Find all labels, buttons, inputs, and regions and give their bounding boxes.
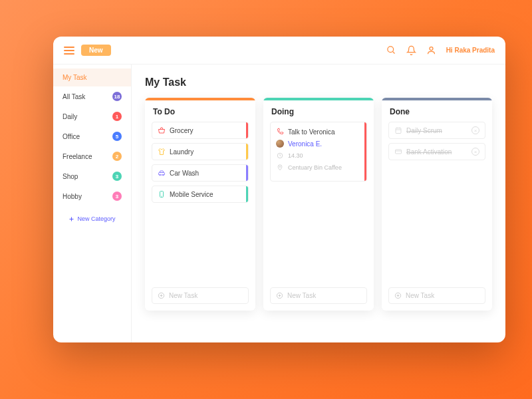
sidebar-item-mytask[interactable]: My Task <box>53 68 131 86</box>
column-done: Done Daily Scrum × Bank Activation × <box>382 98 492 311</box>
count-badge: 2 <box>112 152 122 161</box>
priority-stripe <box>246 144 248 160</box>
avatar <box>276 140 284 148</box>
task-card[interactable]: Car Wash <box>152 164 249 182</box>
priority-stripe <box>246 186 248 202</box>
sidebar-item-label: Freelance <box>63 153 92 160</box>
svg-line-1 <box>393 51 395 53</box>
bell-icon[interactable] <box>406 45 417 56</box>
add-task-label: New Task <box>287 292 316 299</box>
topbar: New Hi Raka Pradita <box>53 37 505 65</box>
sidebar-item-office[interactable]: Office 5 <box>53 126 131 146</box>
task-card[interactable]: Laundry <box>152 143 249 160</box>
priority-stripe <box>364 122 366 181</box>
add-task-button[interactable]: New Task <box>270 287 367 304</box>
sidebar-item-freelance[interactable]: Freelance 2 <box>53 146 131 166</box>
svg-point-14 <box>279 166 281 168</box>
column-title: Done <box>382 100 492 122</box>
task-card-expanded[interactable]: Talk to Veronica Veronica E. 14.30 <box>270 122 367 182</box>
column-todo: To Do Grocery Laundry <box>145 98 255 311</box>
clock-icon <box>276 152 284 160</box>
svg-point-2 <box>430 47 433 51</box>
column-title: Doing <box>263 100 374 122</box>
sidebar-item-label: Office <box>63 133 80 140</box>
app-window: New Hi Raka Pradita My Task All Task 18 <box>53 37 505 342</box>
user-icon[interactable] <box>426 45 437 56</box>
priority-stripe <box>246 122 248 138</box>
phone-icon <box>276 128 284 136</box>
column-title: To Do <box>145 100 255 122</box>
location-icon <box>276 164 284 172</box>
count-badge: 1 <box>112 112 122 121</box>
car-icon <box>158 169 166 177</box>
column-body: Grocery Laundry Car Wash <box>145 122 255 281</box>
column-body: Talk to Veronica Veronica E. 14.30 <box>263 122 374 281</box>
main-content: My Task To Do Grocery Laundry <box>132 65 505 342</box>
add-task-label: New Task <box>406 292 434 299</box>
new-category-label: New Category <box>77 215 115 222</box>
greeting-text: Hi Raka Pradita <box>446 47 495 54</box>
sidebar: My Task All Task 18 Daily 1 Office 5 Fre… <box>53 65 132 342</box>
calendar-icon <box>394 126 402 134</box>
menu-icon[interactable] <box>64 47 74 55</box>
new-category-button[interactable]: New Category <box>68 215 115 222</box>
task-card-done[interactable]: Bank Activation × <box>388 143 485 160</box>
sidebar-item-label: My Task <box>63 74 87 81</box>
task-title: Talk to Veronica <box>288 128 335 136</box>
add-task-label: New Task <box>169 292 198 299</box>
task-label: Laundry <box>170 148 194 156</box>
task-card-done[interactable]: Daily Scrum × <box>388 122 485 139</box>
count-badge: 5 <box>112 132 122 141</box>
sidebar-item-label: Daily <box>63 113 77 120</box>
add-task-button[interactable]: New Task <box>388 287 485 304</box>
task-card[interactable]: Grocery <box>152 122 249 139</box>
svg-point-0 <box>388 47 394 53</box>
page-title: My Task <box>145 76 492 88</box>
sidebar-item-daily[interactable]: Daily 1 <box>53 106 131 126</box>
task-label: Car Wash <box>170 170 199 177</box>
remove-icon[interactable]: × <box>471 126 479 134</box>
task-label: Mobile Service <box>170 191 213 198</box>
svg-rect-22 <box>396 150 402 154</box>
sidebar-item-alltask[interactable]: All Task 18 <box>53 86 131 106</box>
search-icon[interactable] <box>386 45 397 56</box>
sidebar-item-shop[interactable]: Shop 3 <box>53 166 131 186</box>
count-badge: 3 <box>112 192 122 201</box>
basket-icon <box>158 126 166 134</box>
priority-stripe <box>246 165 248 181</box>
kanban-columns: To Do Grocery Laundry <box>145 98 492 311</box>
remove-icon[interactable]: × <box>471 148 479 156</box>
svg-rect-18 <box>396 128 401 134</box>
sidebar-item-label: Hobby <box>63 193 82 200</box>
column-body: Daily Scrum × Bank Activation × <box>382 122 492 281</box>
task-person: Veronica E. <box>288 140 322 148</box>
mobile-icon <box>158 190 166 198</box>
topbar-right: Hi Raka Pradita <box>386 45 495 56</box>
sidebar-item-label: Shop <box>63 173 78 180</box>
task-card[interactable]: Mobile Service <box>152 186 249 203</box>
count-badge: 3 <box>112 172 122 181</box>
count-badge: 18 <box>112 92 122 101</box>
task-time: 14.30 <box>288 152 303 159</box>
task-label: Grocery <box>170 127 194 134</box>
task-label: Daily Scrum <box>406 127 442 134</box>
sidebar-item-hobby[interactable]: Hobby 3 <box>53 186 131 206</box>
task-location: Centuary Bin Caffee <box>288 164 342 171</box>
sidebar-item-label: All Task <box>63 93 85 100</box>
column-doing: Doing Talk to Veronica Veronica E. <box>263 98 374 311</box>
shirt-icon <box>158 148 166 156</box>
card-icon <box>394 148 402 156</box>
app-body: My Task All Task 18 Daily 1 Office 5 Fre… <box>53 65 505 342</box>
task-label: Bank Activation <box>406 148 452 156</box>
new-button[interactable]: New <box>81 45 111 56</box>
add-task-button[interactable]: New Task <box>152 287 249 304</box>
